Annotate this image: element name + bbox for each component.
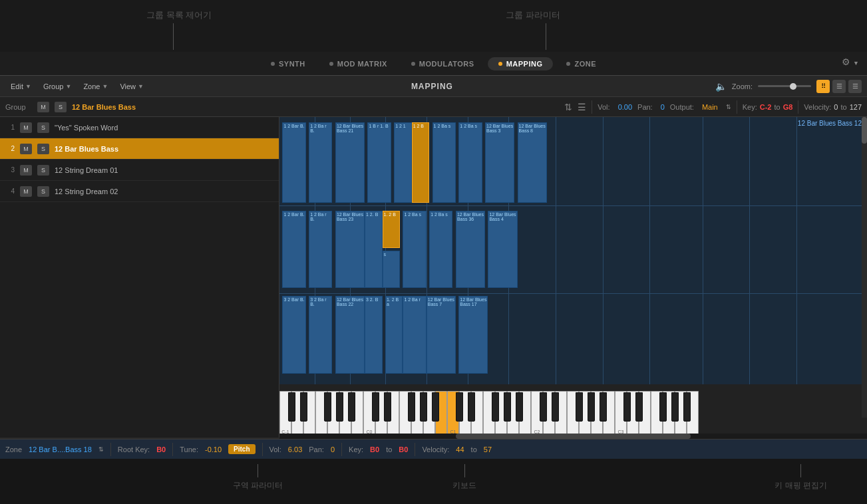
zone-cell-7[interactable]: 1 2 Ba s xyxy=(433,122,456,203)
zone-cell-8[interactable]: 1 2 Ba s xyxy=(458,122,482,203)
zone-vel-from[interactable]: 44 xyxy=(456,445,464,453)
black-key-46[interactable] xyxy=(600,392,607,422)
black-key-44[interactable] xyxy=(588,392,595,422)
zone-vol-val[interactable]: 6.03 xyxy=(288,445,302,453)
black-key-32[interactable] xyxy=(504,392,511,422)
edit-menu[interactable]: Edit ▼ xyxy=(5,80,37,92)
zone-cell-2[interactable]: 1 2 Ba r B. xyxy=(309,122,332,203)
black-key-20[interactable] xyxy=(420,392,427,422)
group1-m[interactable]: M xyxy=(20,122,32,133)
black-key-30[interactable] xyxy=(492,392,499,422)
zoom-slider[interactable] xyxy=(758,85,811,87)
group-item-3[interactable]: 3 M S 12 String Dream 01 xyxy=(0,160,279,181)
black-key-1[interactable] xyxy=(288,392,295,422)
black-key-15[interactable] xyxy=(384,392,391,422)
group-menu-icon[interactable]: ☰ xyxy=(578,102,586,112)
zone-cell-19[interactable]: 12 Bar Blues Bass 36 xyxy=(456,211,485,289)
group4-s[interactable]: S xyxy=(37,186,49,197)
zone-cell-14[interactable]: 1 2. B xyxy=(365,211,382,289)
zone-cell-23[interactable]: 12 Bar Blues Bass 22 xyxy=(335,296,365,374)
black-key-8[interactable] xyxy=(336,392,343,422)
tab-mapping[interactable]: MAPPING xyxy=(488,57,554,70)
group4-m[interactable]: M xyxy=(20,186,32,197)
zone-cell-25[interactable]: 1. 2 B a xyxy=(385,296,403,374)
group2-s[interactable]: S xyxy=(37,144,49,154)
group-pan-val[interactable]: 0 xyxy=(661,103,665,111)
black-key-56[interactable] xyxy=(671,392,679,422)
black-key-13[interactable] xyxy=(372,392,379,422)
right-scrollbar[interactable] xyxy=(862,117,867,418)
zone-cell-28[interactable]: 12 Bar Blues Bass 17 xyxy=(458,296,488,374)
zone-cell-22[interactable]: 3 2 Ba r B. xyxy=(309,296,332,374)
black-key-6[interactable] xyxy=(324,392,331,422)
group3-s[interactable]: S xyxy=(37,165,49,176)
black-key-54[interactable] xyxy=(659,392,667,422)
group3-m[interactable]: M xyxy=(20,165,32,176)
black-key-25[interactable] xyxy=(456,392,463,422)
black-key-49[interactable] xyxy=(623,392,631,422)
zone-sort-icon[interactable]: ⇅ xyxy=(98,446,104,453)
zone-cell-4[interactable]: 1 B r 1. B xyxy=(367,122,391,203)
zone-menu[interactable]: Zone ▼ xyxy=(78,80,113,92)
black-key-18[interactable] xyxy=(408,392,415,422)
black-key-10[interactable] xyxy=(348,392,355,422)
zone-cell-24[interactable]: 3 2. B xyxy=(365,296,382,374)
group-menu[interactable]: Group ▼ xyxy=(38,80,77,92)
pitch-button[interactable]: Pitch xyxy=(228,444,255,454)
zone-cell-26[interactable]: 1 2 Ba r xyxy=(403,296,426,374)
zone-key-from[interactable]: B0 xyxy=(370,445,379,453)
zone-cell-6-highlighted[interactable]: 1 2 B xyxy=(412,122,429,203)
group1-s[interactable]: S xyxy=(37,122,49,133)
root-key-val[interactable]: B0 xyxy=(156,445,166,453)
h-scrollbar[interactable] xyxy=(279,434,867,439)
settings-button[interactable]: ⚙ ▼ xyxy=(842,57,859,67)
tab-zone[interactable]: ZONE xyxy=(556,57,607,70)
group-item-4[interactable]: 4 M S 12 String Dream 02 xyxy=(0,181,279,202)
zone-cell-16[interactable]: s xyxy=(383,251,400,288)
zone-cell-17[interactable]: 1 2 Ba s xyxy=(403,211,426,289)
zone-cell-11[interactable]: 1 2 Bar B. xyxy=(282,211,305,289)
black-key-51[interactable] xyxy=(635,392,643,422)
tab-synth[interactable]: SYNTH xyxy=(260,57,316,70)
black-key-37[interactable] xyxy=(540,392,547,422)
zone-cell-12[interactable]: 1 2 Ba r B. xyxy=(309,211,332,289)
view-icon-list2[interactable]: ☰ xyxy=(848,80,862,93)
group-m-btn[interactable]: M xyxy=(37,102,49,112)
black-key-3[interactable] xyxy=(300,392,307,422)
black-key-27[interactable] xyxy=(468,392,475,422)
key-from[interactable]: C-2 xyxy=(760,103,772,111)
black-key-39[interactable] xyxy=(552,392,559,422)
zone-cell-5[interactable]: 1 2 1 xyxy=(394,122,411,203)
tune-val[interactable]: -0.10 xyxy=(205,445,222,453)
view-icon-list1[interactable]: ☰ xyxy=(832,80,846,93)
zone-cell-10[interactable]: 12 Bar Blues Bass 8 xyxy=(518,122,547,203)
zone-name-val[interactable]: 12 Bar B....Bass 18 xyxy=(29,445,92,453)
group-vol-val[interactable]: 0.00 xyxy=(618,103,632,111)
black-key-34[interactable] xyxy=(516,392,523,422)
scrollbar-thumb[interactable] xyxy=(862,117,867,144)
group-item-2[interactable]: 2 M S 12 Bar Blues Bass xyxy=(0,138,279,160)
zone-cell-27[interactable]: 12 Bar Blues Bass 7 xyxy=(427,296,456,374)
black-key-58[interactable] xyxy=(683,392,691,422)
group-sort-icon[interactable]: ⇅ xyxy=(564,102,572,112)
tab-modulators[interactable]: MODULATORS xyxy=(401,57,485,70)
zone-cell-9[interactable]: 12 Bar Blues Bass 3 xyxy=(485,122,514,203)
zone-cell-13[interactable]: 12 Bar Blues Bass 23 xyxy=(335,211,365,289)
black-key-22[interactable] xyxy=(432,392,439,422)
group2-m[interactable]: M xyxy=(20,144,32,154)
zone-cell-3[interactable]: 12 Bar Blues Bass 21 xyxy=(335,122,365,203)
key-to[interactable]: G8 xyxy=(783,103,793,111)
view-menu[interactable]: View ▼ xyxy=(114,80,149,92)
zone-cell-18[interactable]: 1 2 Ba s xyxy=(429,211,452,289)
zone-pan-val[interactable]: 0 xyxy=(331,445,335,453)
zone-cell-15-highlighted[interactable]: 1. 2 B xyxy=(383,211,400,248)
group-s-btn[interactable]: S xyxy=(55,102,67,112)
vel-to[interactable]: 127 xyxy=(850,103,862,111)
zone-cell-21[interactable]: 3 2 Bar B. xyxy=(282,296,305,374)
group-item-1[interactable]: 1 M S "Yes" Spoken Word xyxy=(0,117,279,138)
black-key-42[interactable] xyxy=(576,392,583,422)
zone-cell-20[interactable]: 12 Bar Blues Bass 4 xyxy=(488,211,517,289)
view-icon-grid[interactable]: ⠿ xyxy=(816,80,830,93)
group-output-val[interactable]: Main xyxy=(702,103,718,111)
vel-from[interactable]: 0 xyxy=(834,103,838,111)
